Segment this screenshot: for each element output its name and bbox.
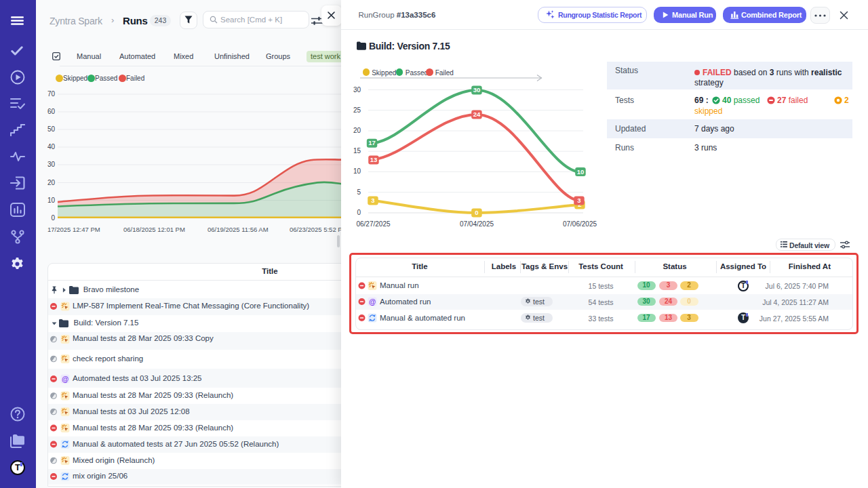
svg-text:10: 10	[577, 168, 585, 176]
svg-text:13: 13	[370, 156, 378, 163]
svg-text:0: 0	[475, 209, 478, 216]
svg-text:3: 3	[371, 197, 374, 204]
svg-text:24: 24	[473, 110, 481, 118]
svg-text:30: 30	[473, 86, 481, 94]
svg-text:3: 3	[577, 197, 580, 204]
svg-text:17: 17	[368, 139, 376, 146]
